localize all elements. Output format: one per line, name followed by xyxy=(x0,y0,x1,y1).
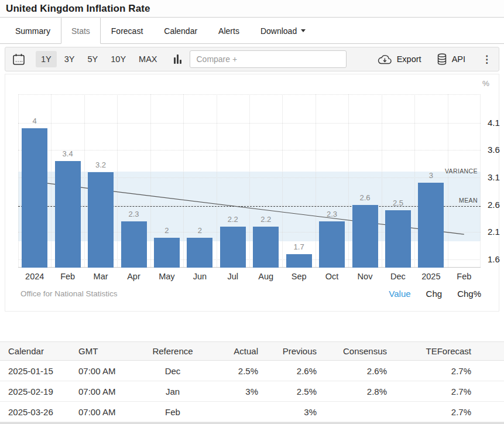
bar-value-label: 2.2 xyxy=(218,215,248,224)
more-options-icon[interactable]: ⋮ xyxy=(482,54,492,64)
table-cell: Jan xyxy=(140,387,205,396)
tab-bar: SummaryStatsForecastCalendarAlertsDownlo… xyxy=(0,18,504,44)
table-cell: 2.7% xyxy=(389,387,504,396)
x-axis-label: Sep xyxy=(282,272,317,281)
bar-value-label: 3.2 xyxy=(86,160,115,169)
table-cell: 2025-01-15 xyxy=(0,366,76,376)
table-row: 2025-01-1507:00 AMDec2.5%2.6%2.6%2.7% xyxy=(0,361,504,381)
bar-2024 xyxy=(22,128,47,268)
bar-oct xyxy=(319,221,345,268)
export-button[interactable]: Export xyxy=(378,54,421,64)
x-axis-label: Feb xyxy=(50,272,85,281)
table-header-row: CalendarGMTReferenceActualPreviousConsen… xyxy=(0,341,504,361)
x-axis-label: Jun xyxy=(182,272,217,281)
column-header-actual: Actual xyxy=(205,346,260,356)
x-axis-label: Apr xyxy=(116,272,152,281)
tab-stats[interactable]: Stats xyxy=(61,18,101,44)
bar-value-label: 1.7 xyxy=(284,242,314,251)
x-axis-label: Oct xyxy=(314,272,349,281)
bar-dec xyxy=(385,210,411,268)
range-button-1y[interactable]: 1Y xyxy=(36,51,57,67)
table-cell: 2.5% xyxy=(205,366,260,376)
y-tick-label: 2.6 xyxy=(488,200,504,210)
tab-alerts[interactable]: Alerts xyxy=(208,18,250,44)
mode-link-chg[interactable]: Chg xyxy=(426,289,443,299)
column-header-reference: Reference xyxy=(140,346,205,356)
column-header-previous: Previous xyxy=(260,346,319,356)
bar-may xyxy=(154,238,180,268)
y-tick-label: 1.6 xyxy=(488,254,504,264)
tab-label: Calendar xyxy=(164,26,197,36)
x-axis-label: 2025 xyxy=(413,272,448,281)
table-cell: 2.6% xyxy=(319,366,389,376)
table-cell: 07:00 AM xyxy=(76,366,140,376)
page-title: United Kingdom Inflation Rate xyxy=(6,3,498,15)
chart-toolbar: 1Y3Y5Y10YMAX Export xyxy=(5,47,499,71)
bar-value-label: 2.6 xyxy=(351,193,380,202)
x-axis-label: Aug xyxy=(248,272,283,281)
bar-value-label: 4 xyxy=(20,117,49,125)
table-cell: 2025-02-19 xyxy=(0,387,76,396)
x-axis-label: May xyxy=(149,272,184,281)
bar-value-label: 2.5 xyxy=(383,199,413,207)
tab-download[interactable]: Download xyxy=(250,18,316,44)
bar-value-label: 2 xyxy=(152,226,181,235)
bar-mar xyxy=(88,172,114,268)
compare-input[interactable] xyxy=(190,50,347,68)
tab-summary[interactable]: Summary xyxy=(5,18,61,44)
export-cloud-icon xyxy=(378,54,392,64)
table-cell: 07:00 AM xyxy=(76,387,140,396)
api-database-icon xyxy=(437,53,447,65)
bar-value-label: 2 xyxy=(185,226,214,235)
api-button[interactable]: API xyxy=(437,53,465,65)
chart-type-icon[interactable] xyxy=(174,54,181,64)
chart-footer: Office for National Statistics ValueChgC… xyxy=(20,289,481,299)
column-header-consensus: Consensus xyxy=(319,346,389,356)
y-tick-label: 4.1 xyxy=(488,118,504,128)
x-axis-label: Feb xyxy=(447,272,482,281)
column-header-calendar: Calendar xyxy=(0,346,76,356)
bar-value-label: 2.3 xyxy=(317,210,347,218)
mode-link-chgpct[interactable]: Chg% xyxy=(457,289,481,299)
table-row: 2025-03-2607:00 AMFeb3%2.7% xyxy=(0,402,504,422)
calendar-icon[interactable] xyxy=(12,53,25,66)
x-axis-label: Nov xyxy=(348,272,383,281)
table-cell: Dec xyxy=(140,366,205,376)
table-cell: 2.7% xyxy=(389,407,504,417)
y-tick-label: 3.6 xyxy=(488,145,504,155)
range-button-10y[interactable]: 10Y xyxy=(105,51,131,67)
bar-apr xyxy=(121,221,147,268)
table-cell: 07:00 AM xyxy=(76,407,140,417)
x-axis-label: Mar xyxy=(83,272,118,281)
bar-feb xyxy=(55,161,81,268)
bar-value-label: 2.2 xyxy=(251,215,280,224)
column-header-gmt: GMT xyxy=(76,346,140,356)
tab-calendar[interactable]: Calendar xyxy=(153,18,208,44)
bar-aug xyxy=(253,227,279,268)
table-cell: 2025-03-26 xyxy=(0,407,76,417)
tab-forecast[interactable]: Forecast xyxy=(101,18,153,44)
x-axis-label: Dec xyxy=(380,272,416,281)
tab-label: Stats xyxy=(71,26,90,36)
mode-link-value[interactable]: Value xyxy=(389,289,410,299)
range-button-3y[interactable]: 3Y xyxy=(59,51,80,67)
api-label: API xyxy=(452,54,465,64)
tab-label: Summary xyxy=(15,26,50,36)
table-cell: 3% xyxy=(205,387,260,396)
bar-value-label: 3.4 xyxy=(53,149,83,158)
table-cell: 2.6% xyxy=(260,366,319,376)
bar-2025 xyxy=(418,183,444,268)
x-axis-label: Jul xyxy=(215,272,251,281)
table-cell: 2.7% xyxy=(389,366,504,376)
bar-jul xyxy=(220,227,246,268)
table-cell: 2.8% xyxy=(319,387,389,396)
toolbar-wrap: 1Y3Y5Y10YMAX Export xyxy=(0,44,504,74)
calendar-table: CalendarGMTReferenceActualPreviousConsen… xyxy=(0,341,504,422)
table-row: 2025-02-1907:00 AMJan3%2.5%2.8%2.7% xyxy=(0,381,504,402)
bar-sep xyxy=(286,254,312,268)
chart-card: % VARIANCEMEAN420243.4Feb3.2Mar2.3Apr2Ma… xyxy=(5,74,499,312)
x-axis-label: 2024 xyxy=(17,272,52,281)
bar-chart-plot: VARIANCEMEAN420243.4Feb3.2Mar2.3Apr2May2… xyxy=(18,94,481,268)
range-button-max[interactable]: MAX xyxy=(133,51,162,67)
range-button-5y[interactable]: 5Y xyxy=(83,51,104,67)
